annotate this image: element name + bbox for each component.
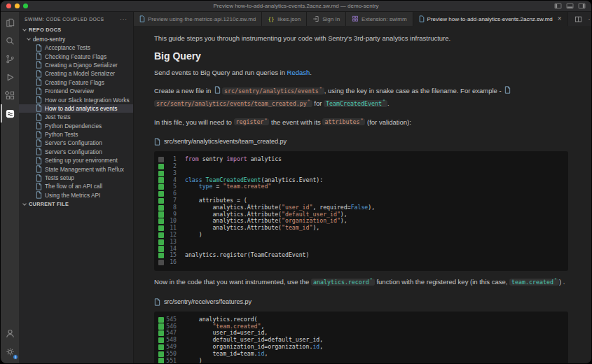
tab-label: Preview using-the-metrics-api.1210c.sw.m… [148, 16, 256, 22]
layout-panel-icon[interactable] [566, 2, 574, 10]
source-control-icon[interactable] [1, 50, 19, 68]
search-icon[interactable] [1, 31, 19, 50]
sidebar-item-label: State Management with Reflux [45, 166, 124, 173]
coupled-marker [158, 260, 164, 265]
sidebar-item[interactable]: Creating a Model Serializer [19, 69, 133, 78]
coupled-marker [158, 184, 164, 190]
file-icon [154, 138, 160, 146]
layout-sidebar-right-icon[interactable] [578, 2, 586, 10]
sidebar-item[interactable]: Python Dependencies [19, 122, 133, 130]
code-token[interactable]: register [234, 118, 270, 125]
tab-label: Preview how-to-add-analytics-events.2acn… [427, 16, 553, 22]
more-actions-icon[interactable]: ··· [120, 16, 128, 22]
extensions-icon[interactable] [1, 86, 19, 104]
code-token[interactable]: team.created [509, 279, 559, 286]
minimize-window-button[interactable] [15, 4, 20, 8]
file-icon [36, 122, 42, 130]
workbench: 1 SWIMM: CODE COUPLED DOCS ··· REPO DOCS… [1, 12, 591, 363]
close-window-button[interactable] [6, 4, 11, 8]
coupled-marker [158, 358, 164, 363]
editor-actions: ··· [568, 12, 592, 26]
coupled-marker [158, 164, 164, 169]
preview-icon [419, 15, 425, 22]
title-bar: Preview how-to-add-analytics-events.2acn… [1, 1, 591, 12]
coupled-marker [158, 317, 164, 323]
code-snippet: 1from sentry import analytics234class Te… [154, 151, 568, 271]
tab[interactable]: Preview using-the-metrics-api.1210c.sw.m… [134, 12, 262, 26]
extension-icon [352, 15, 359, 22]
window-title: Preview how-to-add-analytics-events.2acn… [1, 3, 591, 9]
coupled-marker [158, 171, 164, 176]
sidebar-item[interactable]: Creating Feature Flags [19, 78, 133, 87]
sidebar-item[interactable]: Checking Feature Flags [19, 52, 133, 60]
sidebar-item-label: Tests setup [45, 174, 74, 181]
layout-sidebar-left-icon[interactable] [554, 2, 562, 10]
sidebar-item-label: The flow of an API call [45, 183, 102, 190]
paragraph: Now in the code that you want instrument… [154, 275, 568, 288]
file-icon [36, 52, 42, 60]
sidebar-item[interactable]: How to add analytics events [19, 104, 133, 113]
chevron-down-icon [22, 27, 27, 31]
sidebar: SWIMM: CODE COUPLED DOCS ··· REPO DOCS d… [19, 12, 134, 363]
sidebar-item[interactable]: State Management with Reflux [19, 164, 133, 173]
explorer-icon[interactable] [1, 13, 19, 31]
close-icon[interactable]: × [558, 15, 562, 22]
zoom-window-button[interactable] [23, 4, 28, 8]
more-actions-icon[interactable]: ··· [588, 15, 592, 22]
tab[interactable]: {}likes.json [262, 12, 307, 26]
line-number: 16 [164, 259, 185, 266]
tab[interactable]: Extension: swimm [346, 12, 413, 26]
tab[interactable]: Preview how-to-add-analytics-events.2acn… [413, 12, 568, 26]
account-icon[interactable] [1, 324, 19, 342]
code-line: 550 team_id=team.id, [154, 351, 568, 358]
file-icon [36, 157, 42, 164]
code-token[interactable]: TeamCreatedEvent [324, 100, 387, 107]
section-current-file[interactable]: CURRENT FILE [19, 200, 133, 209]
sidebar-item[interactable]: Tests setup [19, 174, 133, 182]
swimm-icon[interactable] [1, 104, 19, 122]
code-block: src/sentry/analytics/events/team_created… [154, 136, 568, 271]
file-icon [36, 139, 42, 147]
code-file-label: src/sentry/analytics/events/team_created… [154, 136, 568, 147]
code-token[interactable]: attributes [322, 118, 365, 125]
code-line: 2 [154, 163, 568, 170]
sidebar-item[interactable]: Server's Configuration [19, 139, 133, 147]
settings-gear-icon[interactable]: 1 [1, 342, 19, 360]
tab[interactable]: Sign In [307, 12, 346, 26]
chevron-down-icon [27, 36, 31, 41]
code-line: 15analytics.register(TeamCreatedEvent) [154, 252, 568, 259]
sidebar-item[interactable]: Acceptance Tests [19, 43, 133, 52]
folder-demo-sentry[interactable]: demo-sentry [19, 34, 133, 43]
folder-label: demo-sentry [33, 36, 65, 43]
sidebar-item[interactable]: Python Tests [19, 130, 133, 139]
code-token[interactable]: src/sentry/analytics/events/team_created… [154, 100, 312, 107]
sidebar-item[interactable]: The flow of an API call [19, 182, 133, 190]
sidebar-item[interactable]: Frontend Overview [19, 87, 133, 95]
sidebar-item[interactable]: Jest Tests [19, 113, 133, 121]
link[interactable]: Redash [287, 69, 310, 76]
coupled-marker [158, 337, 164, 343]
code-token[interactable]: src/sentry/analytics/events [222, 88, 324, 94]
sidebar-item[interactable]: Using the Metrics API [19, 191, 133, 200]
code-line: 551 ) [154, 358, 568, 363]
section-repo-docs[interactable]: REPO DOCS [19, 25, 133, 34]
run-debug-icon[interactable] [1, 68, 19, 86]
file-icon [36, 61, 42, 69]
code-line: 11 analytics.Attribute("team_id"), [154, 225, 568, 232]
file-icon [36, 44, 42, 52]
sidebar-item-label: Frontend Overview [45, 88, 94, 94]
sidebar-item[interactable]: How our Slack Integration Works [19, 95, 133, 104]
sidebar-item[interactable]: Setting up your environment [19, 156, 133, 164]
coupled-marker [158, 218, 164, 224]
sidebar-item[interactable]: Server's Configuration [19, 148, 133, 156]
code-token[interactable]: analytics.record [311, 279, 375, 286]
sidebar-header: SWIMM: CODE COUPLED DOCS ··· [19, 12, 133, 25]
split-editor-icon[interactable] [574, 15, 582, 23]
sidebar-item-label: Python Dependencies [45, 122, 102, 130]
code-text: analytics.register(TeamCreatedEvent) [185, 252, 309, 259]
file-icon [154, 298, 160, 306]
section-heading: Big Query [154, 51, 568, 62]
sidebar-item[interactable]: Creating a Django Serializer [19, 61, 133, 69]
sidebar-item-label: Using the Metrics API [45, 192, 100, 199]
file-icon [36, 70, 42, 78]
